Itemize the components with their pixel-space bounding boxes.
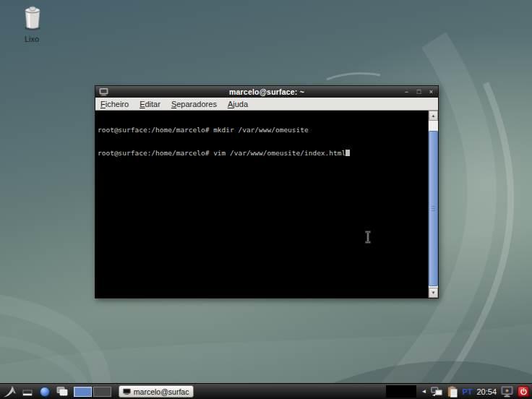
system-tray: ◄ PT 20:54 [386,385,529,398]
terminal-app-icon [123,388,131,395]
network-tray-icon[interactable] [431,387,443,397]
tray-collapse-arrow[interactable]: ◄ [421,385,426,398]
window-title: marcelo@surface: ~ [95,87,438,96]
keyboard-layout-indicator[interactable]: PT [462,387,472,396]
workspace-1[interactable] [74,387,92,397]
window-controls: − □ × [403,86,434,98]
file-manager-launcher[interactable] [38,385,51,398]
taskbar-window-button[interactable]: marcelo@surfac... [119,385,194,398]
window-titlebar[interactable]: marcelo@surface: ~ − □ × [95,86,438,98]
minimize-button[interactable]: − [403,86,410,98]
terminal-output: root@surface:/home/marcelo# mkdir /var/w… [98,111,427,172]
menu-ficheiro[interactable]: Ficheiro [100,100,129,108]
display-settings-icon[interactable] [501,386,513,398]
clipboard-tray-icon[interactable] [447,386,458,398]
show-desktop-icon [22,387,33,396]
close-button[interactable]: × [428,86,434,98]
workspace-2[interactable] [93,387,111,397]
taskbar-clock[interactable]: 20:54 [476,387,497,396]
show-desktop-button[interactable] [20,385,34,398]
monitor-plugin [386,385,416,398]
lxde-logo-icon [3,385,17,398]
trash-label: Lixo [12,35,51,43]
windows-icon [56,386,69,397]
menu-editar[interactable]: Editar [140,100,160,108]
logout-power-button[interactable] [518,386,529,397]
blue-sphere-icon [40,387,50,397]
terminal-window: marcelo@surface: ~ − □ × Ficheiro Editar… [95,85,439,299]
taskbar: marcelo@surfac... ◄ PT 20:54 [0,383,532,399]
power-icon [520,388,527,395]
scroll-up-button[interactable]: ▲ [429,111,438,121]
terminal-line: root@surface:/home/marcelo# mkdir /var/w… [98,126,427,134]
menu-separadores[interactable]: Separadores [171,100,217,108]
scroll-down-button[interactable]: ▼ [429,288,438,298]
terminal-scrollbar[interactable]: ▲ ▼ [428,111,438,298]
terminal-cursor [346,150,350,156]
maximize-button[interactable]: □ [416,86,422,98]
ibeam-cursor-icon [364,231,372,244]
workspace-pager [74,387,111,397]
start-menu-button[interactable] [3,385,17,398]
menu-ajuda[interactable]: Ajuda [228,100,248,108]
terminal-menubar: Ficheiro Editar Separadores Ajuda [95,98,438,111]
desktop-icon-trash[interactable]: Lixo [12,5,51,43]
scrollbar-thumb[interactable] [429,131,438,286]
desktop[interactable]: Lixo marcelo@surface: ~ − □ × Ficheiro E… [0,0,532,399]
trash-can-icon [21,5,43,31]
window-list-button[interactable] [55,385,69,398]
terminal-line: root@surface:/home/marcelo# vim /var/www… [98,150,427,158]
taskbar-window-label: marcelo@surfac... [134,387,189,396]
terminal-screen[interactable]: root@surface:/home/marcelo# mkdir /var/w… [95,111,438,298]
